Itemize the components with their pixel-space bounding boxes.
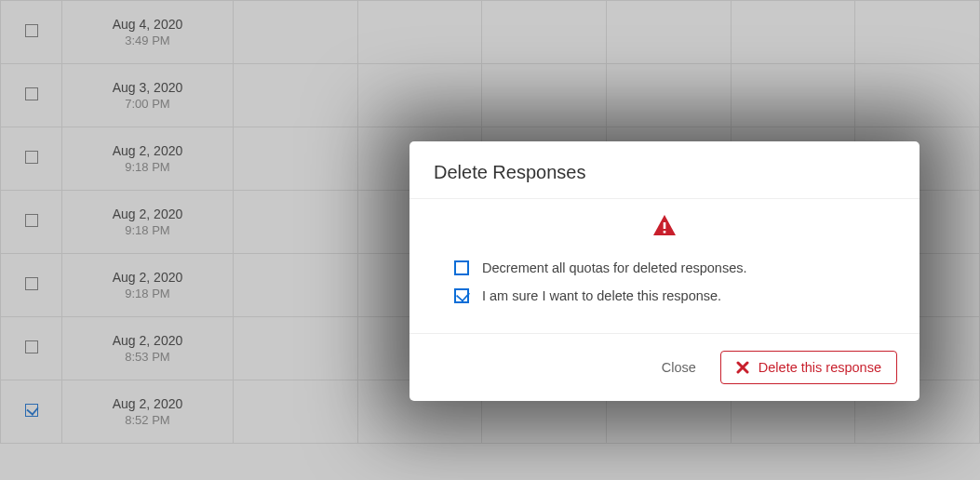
delete-this-response-button[interactable]: Delete this response: [720, 351, 897, 384]
option-confirm-delete[interactable]: I am sure I want to delete this response…: [454, 288, 895, 303]
checkbox-confirm-delete[interactable]: [454, 288, 469, 303]
svg-rect-1: [664, 231, 666, 233]
modal-title: Delete Responses: [409, 141, 920, 199]
delete-responses-modal: Delete Responses Decrement all quotas fo…: [409, 141, 920, 401]
checkbox-decrement-quotas[interactable]: [454, 260, 469, 275]
modal-body: Decrement all quotas for deleted respons…: [409, 199, 920, 334]
warning-icon: [434, 214, 895, 240]
svg-rect-0: [664, 222, 666, 229]
modal-footer: Close Delete this response: [409, 334, 920, 401]
close-button[interactable]: Close: [656, 359, 702, 376]
option-label: I am sure I want to delete this response…: [482, 288, 721, 303]
delete-button-label: Delete this response: [758, 360, 881, 375]
x-icon: [736, 361, 749, 374]
option-decrement-quotas[interactable]: Decrement all quotas for deleted respons…: [454, 260, 895, 275]
option-label: Decrement all quotas for deleted respons…: [482, 260, 747, 275]
